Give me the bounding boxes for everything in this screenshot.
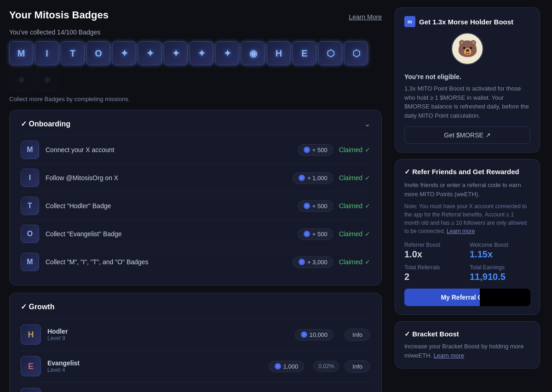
bracket-boost-title: ✓ Bracket Boost [404,330,530,338]
badge-item: ⬡ [318,41,342,65]
points-value: + 500 [312,231,328,238]
mission-row: O Collect "Evangelist" Badge + 500 Claim… [21,220,370,248]
mission-label: Collect "Evangelist" Badge [46,230,298,238]
badge-item: ⬡ [344,41,368,65]
claimed-text: Claimed [339,230,362,238]
points-icon [301,331,307,338]
points-value: + 1,000 [307,175,328,182]
referral-code-button[interactable]: My Referral Code [404,289,530,306]
claimed-text: Claimed [339,202,362,210]
onboarding-header[interactable]: ✓ Onboarding ⌄ [21,119,370,128]
onboarding-missions-list: M Connect your X account + 500 Claimed ✓… [21,136,370,276]
bracket-learn-more-link[interactable]: Learn more [434,352,464,359]
morse-icon: m [404,16,415,27]
badge-item: ✦ [164,41,188,65]
badge-item: E [293,41,316,65]
refer-title: ✓ Refer Friends and Get Rewarded [404,168,530,176]
growth-badge-icon: E [21,388,41,392]
refer-friends-card: ✓ Refer Friends and Get Rewarded Invite … [395,159,540,315]
collect-hint: Collect more Badges by completing missio… [9,96,382,102]
referrer-boost-stat: Referrer Boost 1.0x [404,242,465,260]
mission-badge-icon: M [21,253,39,271]
badge-item: T [61,41,85,65]
claimed-text: Claimed [339,258,362,266]
info-button[interactable]: Info [345,360,370,373]
growth-name: Hodler [47,328,295,335]
check-icon: ✓ [365,258,370,266]
mission-row: M Connect your X account + 500 Claimed ✓ [21,136,370,164]
growth-header[interactable]: ✓ Growth [21,302,370,311]
points-badge: 1,000 [269,361,305,372]
mission-label: Follow @MitosisOrg on X [46,174,293,182]
mission-badge-icon: O [21,225,39,243]
badge-item-inactive: ◆ [35,67,59,91]
get-morse-button[interactable]: Get $MORSE ↗ [404,126,530,144]
points-badge: + 500 [298,200,334,212]
badge-item: H [267,41,291,65]
claimed-badge: Claimed ✓ [339,230,370,238]
mission-label: Collect "Hodler" Badge [46,202,298,210]
points-icon [299,259,305,265]
eligibility-description: 1.3x MITO Point Boost is activated for t… [404,84,530,120]
growth-row: H Hodler Level 9 10,000 Info [21,318,370,350]
badge-item: M [9,41,33,65]
welcome-boost-stat: Welcome Boost 1.15x [470,242,530,260]
bracket-boost-description: Increase your Bracket Boost by holding m… [404,342,530,360]
badges-row: MITO✦✦✦✦✦◉HE⬡⬡◆◆ [9,41,382,91]
growth-label: Hodler Level 9 [47,328,295,341]
growth-section: ✓ Growth H Hodler Level 9 10,000 Info E … [9,293,382,392]
mission-badge-icon: M [21,141,39,159]
points-badge: 10,000 [295,329,334,341]
sidebar: m Get 1.3x Morse Holder Boost 🐻 You're n… [391,0,547,392]
points-value: + 500 [312,147,328,153]
growth-title: ✓ Growth [21,302,54,311]
morse-boost-card: m Get 1.3x Morse Holder Boost 🐻 You're n… [395,7,540,153]
refer-note: Note: You must have your X account conne… [404,202,530,235]
points-value: + 500 [312,203,328,210]
mission-badge-icon: T [21,197,39,215]
badge-item: I [35,41,59,65]
points-icon [304,231,310,237]
claimed-badge: Claimed ✓ [339,258,370,266]
growth-items-list: H Hodler Level 9 10,000 Info E Evangelis… [21,318,370,392]
refer-stats-grid: Referrer Boost 1.0x Welcome Boost 1.15x … [404,242,530,282]
chevron-down-icon: ⌄ [364,119,370,128]
badge-item: ✦ [112,41,136,65]
check-icon: ✓ [365,174,370,182]
growth-points-value: 1,000 [283,363,299,370]
points-badge: + 3,000 [293,256,334,268]
growth-label: Evangelist Level 4 [47,359,269,373]
learn-more-link[interactable]: Learn More [349,13,382,21]
check-icon: ✓ [365,146,370,153]
growth-name: Evangelist [47,359,269,367]
points-icon [304,147,310,153]
mission-label: Connect your X account [46,146,298,153]
growth-row: E EigenLayer Point Level 5 0 x1.3 Info [21,382,370,392]
growth-badge-icon: H [21,324,41,345]
onboarding-title: ✓ Onboarding [21,119,70,128]
morse-boost-title: m Get 1.3x Morse Holder Boost [404,16,530,27]
mission-badge-icon: I [21,169,39,187]
growth-level: Level 4 [47,367,269,373]
total-earnings-stat: Total Earnings 11,910.5 [470,264,530,282]
page-title: Your Mitosis Badges [9,9,109,21]
badge-item: ◉ [241,41,265,65]
mission-row: I Follow @MitosisOrg on X + 1,000 Claime… [21,164,370,192]
info-button[interactable]: Info [345,329,370,341]
badge-item: ✦ [190,41,213,65]
total-referrals-stat: Total Referrals 2 [404,264,465,282]
not-eligible-text: You're not eligible. [404,73,530,80]
points-value: + 3,000 [307,259,328,266]
claimed-badge: Claimed ✓ [339,174,370,182]
growth-points-area: 1,000 0.02% [269,361,339,372]
points-badge: + 500 [298,228,334,240]
extra-badge: 0.02% [313,361,339,372]
refer-learn-more-link[interactable]: Learn more [447,228,475,234]
claimed-badge: Claimed ✓ [339,146,370,153]
badge-item: ✦ [138,41,162,65]
badge-item: O [86,41,110,65]
points-badge: + 1,000 [293,172,334,184]
mission-row: T Collect "Hodler" Badge + 500 Claimed ✓ [21,192,370,220]
mission-row: M Collect "M", "I", "T", and "O" Badges … [21,248,370,276]
points-badge: + 500 [298,144,334,156]
